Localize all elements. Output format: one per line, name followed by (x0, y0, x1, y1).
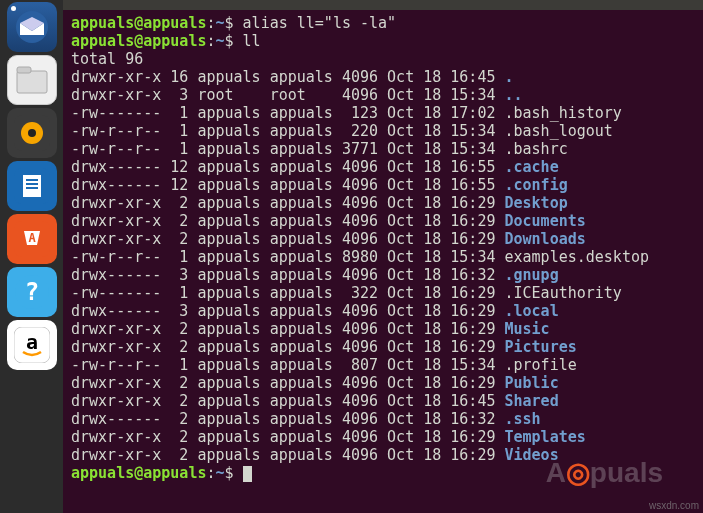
launcher-panel: A ? a (0, 0, 63, 513)
listing-row: drwxr-xr-x 2 appuals appuals 4096 Oct 18… (71, 392, 695, 410)
filename: .ICEauthority (504, 284, 621, 302)
svg-rect-1 (17, 71, 47, 93)
filename: Music (504, 320, 549, 338)
listing-row: -rw-r--r-- 1 appuals appuals 220 Oct 18 … (71, 122, 695, 140)
listing-row: drwxr-xr-x 3 root root 4096 Oct 18 15:34… (71, 86, 695, 104)
listing-row: drwx------ 2 appuals appuals 4096 Oct 18… (71, 410, 695, 428)
listing-row: drwx------ 12 appuals appuals 4096 Oct 1… (71, 176, 695, 194)
watermark-text: wsxdn.com (649, 500, 699, 511)
filename: .local (504, 302, 558, 320)
terminal-titlebar[interactable] (63, 0, 703, 10)
launcher-thunderbird-icon[interactable] (7, 2, 57, 52)
svg-rect-7 (23, 175, 41, 197)
listing-row: -rw-r--r-- 1 appuals appuals 8980 Oct 18… (71, 248, 695, 266)
listing-row: drwxr-xr-x 2 appuals appuals 4096 Oct 18… (71, 194, 695, 212)
listing-row: drwxr-xr-x 16 appuals appuals 4096 Oct 1… (71, 68, 695, 86)
svg-text:A: A (28, 231, 36, 245)
terminal-window[interactable]: appuals@appuals:~$ alias ll="ls -la"appu… (63, 0, 703, 513)
listing-row: drwxr-xr-x 2 appuals appuals 4096 Oct 18… (71, 320, 695, 338)
filename: .gnupg (504, 266, 558, 284)
listing-row: drwx------ 3 appuals appuals 4096 Oct 18… (71, 266, 695, 284)
svg-point-5 (28, 129, 36, 137)
filename: examples.desktop (504, 248, 649, 266)
listing-row: drwxr-xr-x 2 appuals appuals 4096 Oct 18… (71, 212, 695, 230)
listing-row: -rw------- 1 appuals appuals 123 Oct 18 … (71, 104, 695, 122)
launcher-help-icon[interactable]: ? (7, 267, 57, 317)
prompt-line: appuals@appuals:~$ ll (71, 32, 695, 50)
launcher-writer-icon[interactable] (7, 161, 57, 211)
filename: .profile (504, 356, 576, 374)
launcher-files-icon[interactable] (7, 55, 57, 105)
filename: .config (504, 176, 567, 194)
filename: .bash_logout (504, 122, 612, 140)
appuals-logo: A◎puals (546, 456, 663, 489)
listing-row: drwxr-xr-x 2 appuals appuals 4096 Oct 18… (71, 230, 695, 248)
filename: .bashrc (504, 140, 567, 158)
listing-row: drwxr-xr-x 2 appuals appuals 4096 Oct 18… (71, 338, 695, 356)
command-text: alias ll="ls -la" (243, 14, 397, 32)
launcher-amazon-icon[interactable]: a (7, 320, 57, 370)
listing-row: -rw------- 1 appuals appuals 322 Oct 18 … (71, 284, 695, 302)
svg-text:?: ? (24, 278, 38, 306)
filename: Shared (504, 392, 558, 410)
filename: .. (504, 86, 522, 104)
listing-row: drwxr-xr-x 2 appuals appuals 4096 Oct 18… (71, 428, 695, 446)
listing-row: -rw-r--r-- 1 appuals appuals 3771 Oct 18… (71, 140, 695, 158)
cursor-block (243, 466, 252, 482)
total-line: total 96 (71, 50, 695, 68)
listing-row: -rw-r--r-- 1 appuals appuals 807 Oct 18 … (71, 356, 695, 374)
listing-row: drwxr-xr-x 2 appuals appuals 4096 Oct 18… (71, 374, 695, 392)
filename: Public (504, 374, 558, 392)
filename: Desktop (504, 194, 567, 212)
filename: .ssh (504, 410, 540, 428)
launcher-rhythmbox-icon[interactable] (7, 108, 57, 158)
listing-row: drwx------ 12 appuals appuals 4096 Oct 1… (71, 158, 695, 176)
filename: Documents (504, 212, 585, 230)
svg-text:a: a (25, 330, 37, 354)
filename: Templates (504, 428, 585, 446)
listing-row: drwx------ 3 appuals appuals 4096 Oct 18… (71, 302, 695, 320)
filename: Pictures (504, 338, 576, 356)
terminal-body[interactable]: appuals@appuals:~$ alias ll="ls -la"appu… (63, 10, 703, 486)
command-text: ll (243, 32, 261, 50)
filename: .cache (504, 158, 558, 176)
launcher-software-icon[interactable]: A (7, 214, 57, 264)
prompt-line: appuals@appuals:~$ alias ll="ls -la" (71, 14, 695, 32)
filename: . (504, 68, 513, 86)
svg-rect-2 (17, 67, 31, 73)
filename: .bash_history (504, 104, 621, 122)
filename: Downloads (504, 230, 585, 248)
